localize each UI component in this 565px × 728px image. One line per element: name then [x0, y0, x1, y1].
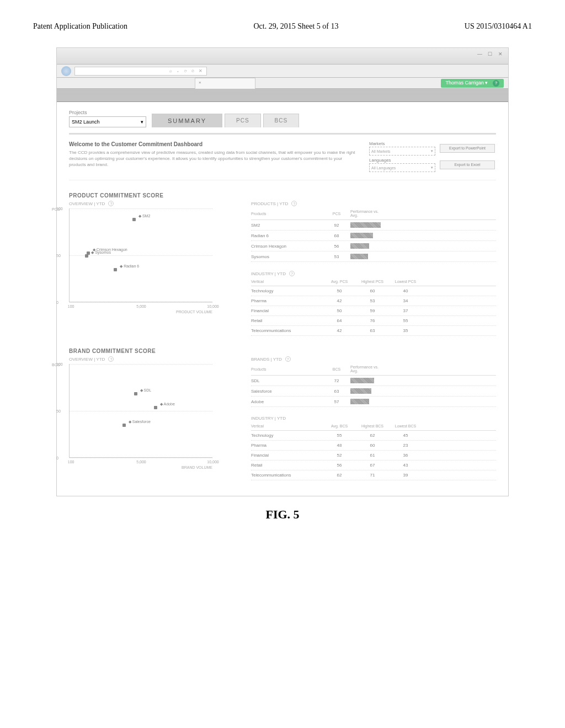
browser-titlebar: — ☐ ✕ [57, 48, 508, 65]
table-row: Technology506040 [251, 286, 496, 296]
header-left: Patent Application Publication [33, 22, 127, 31]
chevron-down-icon: ▾ [431, 149, 433, 153]
table-row: Financial505937 [251, 306, 496, 316]
tab-bcs[interactable]: BCS [263, 114, 300, 127]
header-center: Oct. 29, 2015 Sheet 5 of 13 [253, 22, 338, 31]
nav-tabs: SUMMARY PCS BCS [152, 114, 301, 127]
info-icon[interactable]: ? [108, 201, 114, 206]
table-row: Retail647655 [251, 316, 496, 326]
pcs-overview-label: OVERVIEW | YTD [69, 201, 105, 206]
info-icon[interactable]: ? [291, 201, 297, 206]
table-row: Sysomos53 [251, 251, 496, 262]
table-row: SM292 [251, 220, 496, 231]
browser-toolbar: ⌕ ▾ ⟳ ⊘ ✕ [57, 65, 508, 78]
browser-tab[interactable]: × [195, 78, 255, 89]
languages-label: Languages [369, 158, 435, 163]
pcs-industry-label: INDUSTRY | YTD [251, 271, 286, 276]
table-header: Products BCS Performance vs. Avg. [251, 363, 496, 376]
table-row: Technology556245 [251, 431, 496, 441]
tab-summary[interactable]: SUMMARY [152, 114, 222, 127]
app-header-stripe [57, 89, 508, 102]
export-excel-button[interactable]: Export to Excel [440, 160, 495, 169]
table-row: Pharma425334 [251, 296, 496, 306]
table-row: Adobe57 [251, 397, 496, 407]
chevron-down-icon: ▾ [141, 119, 143, 125]
table-row: SDL72 [251, 376, 496, 386]
table-row: Retail566743 [251, 461, 496, 470]
info-icon[interactable]: ? [289, 271, 295, 276]
header-right: US 2015/0310464 A1 [465, 22, 532, 31]
user-name: Thomas Carrigan [445, 80, 484, 85]
user-icon: ▾ [485, 80, 488, 85]
tab-pcs[interactable]: PCS [225, 114, 261, 127]
window-controls-icon[interactable]: — ☐ ✕ [477, 51, 505, 57]
bcs-section-title: BRAND COMMITMENT SCORE [69, 348, 496, 354]
bcs-industry-label: INDUSTRY | YTD [251, 416, 286, 421]
pcs-products-label: PRODUCTS | YTD [251, 201, 288, 206]
table-row: Telecommunications627139 [251, 470, 496, 480]
export-powerpoint-button[interactable]: Export to PowerPoint [440, 144, 495, 153]
table-row: Telecommunications426335 [251, 326, 496, 336]
bcs-overview-label: OVERVIEW | YTD [69, 357, 105, 362]
welcome-body: The CCD provides a comprehensive view of… [69, 149, 356, 168]
table-row: Crimson Hexagon56 [251, 241, 496, 251]
bcs-overview-chart: BCS 0501001005,00010,000BRAND VOLUME◆ SD… [69, 364, 212, 458]
figure-caption: FIG. 5 [33, 507, 532, 522]
project-select[interactable]: SM2 Launch ▾ [69, 116, 146, 127]
pcs-overview-chart: PCS 0501001005,00010,000PRODUCT VOLUME◆ … [69, 208, 212, 302]
browser-tabbar: × Thomas Carrigan ▾ ? [57, 78, 508, 89]
table-header: Vertical Avg. PCS Highest PCS Lowest PCS [251, 277, 496, 286]
address-bar[interactable]: ⌕ ▾ ⟳ ⊘ ✕ [74, 67, 207, 76]
browser-window: — ☐ ✕ ⌕ ▾ ⟳ ⊘ ✕ × Thomas Carrigan ▾ ? Pr… [56, 47, 509, 496]
help-icon[interactable]: ? [493, 80, 499, 87]
table-row: Salesforce63 [251, 386, 496, 397]
table-row: Radian 668 [251, 231, 496, 241]
table-header: Vertical Avg. BCS Highest BCS Lowest BCS [251, 422, 496, 431]
chevron-down-icon: ▾ [431, 165, 433, 170]
info-icon[interactable]: ? [285, 356, 291, 362]
info-icon[interactable]: ? [108, 356, 114, 362]
addr-controls-icon[interactable]: ⌕ ▾ ⟳ ⊘ ✕ [169, 68, 204, 73]
user-badge[interactable]: Thomas Carrigan ▾ ? [441, 79, 504, 88]
table-row: Pharma486023 [251, 441, 496, 451]
patent-header: Patent Application Publication Oct. 29, … [33, 22, 532, 31]
table-row: Financial526136 [251, 451, 496, 461]
globe-icon [61, 66, 71, 76]
pcs-section-title: PRODUCT COMMITMENT SCORE [69, 192, 496, 199]
markets-select[interactable]: All Markets▾ [369, 147, 435, 156]
project-value: SM2 Launch [72, 119, 100, 125]
markets-label: Markets [369, 141, 435, 146]
bcs-brands-label: BRANDS | YTD [251, 357, 282, 362]
table-header: Products PCS Performance vs. Avg. [251, 207, 496, 220]
welcome-title: Welcome to the Customer Commitment Dashb… [69, 141, 356, 147]
projects-label: Projects [69, 110, 146, 115]
languages-select[interactable]: All Languages▾ [369, 163, 435, 172]
